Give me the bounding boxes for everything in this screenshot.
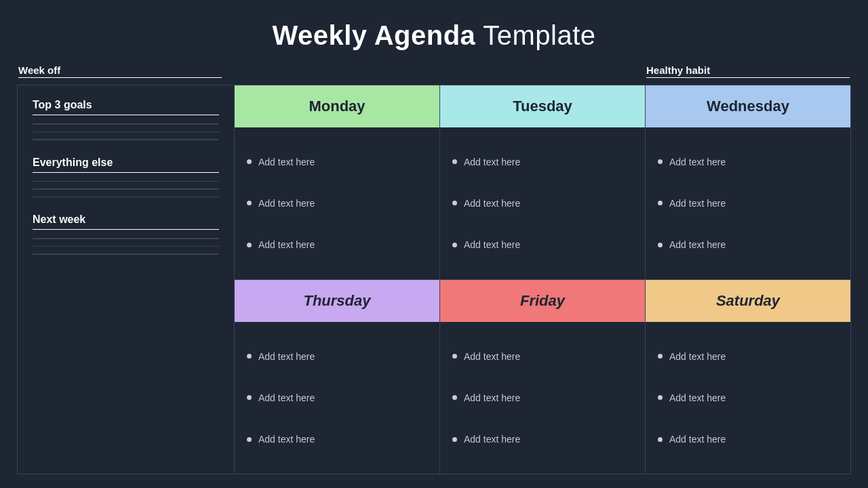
bullet-icon xyxy=(658,395,663,400)
list-item[interactable]: Add text here xyxy=(247,431,427,447)
sidebar-line-7 xyxy=(33,238,219,239)
wednesday-content: Add text here Add text here Add text her… xyxy=(646,127,850,279)
bullet-icon xyxy=(247,395,252,400)
day-col-monday: Monday Add text here Add text here Ad xyxy=(235,85,440,279)
title-bold: Weekly Agenda xyxy=(272,20,475,50)
monday-content: Add text here Add text here Add text her… xyxy=(235,127,439,279)
saturday-header: Saturday xyxy=(646,280,850,322)
sidebar-line-1 xyxy=(33,123,219,125)
bullet-text[interactable]: Add text here xyxy=(258,351,315,362)
healthy-habit-label: Healthy habit xyxy=(646,64,850,78)
sidebar-goals-title: Top 3 goals xyxy=(33,99,219,115)
bullet-text[interactable]: Add text here xyxy=(258,157,315,167)
sidebar-section-next: Next week xyxy=(33,214,219,262)
bullet-icon xyxy=(658,159,663,164)
day-col-wednesday: Wednesday Add text here Add text here xyxy=(646,85,850,279)
bullet-icon xyxy=(247,354,252,359)
bullet-icon xyxy=(658,354,663,359)
days-area: Monday Add text here Add text here Ad xyxy=(235,85,850,474)
bullet-text[interactable]: Add text here xyxy=(258,198,315,209)
sidebar-line-8 xyxy=(33,246,219,247)
day-col-tuesday: Tuesday Add text here Add text here A xyxy=(440,85,646,279)
list-item[interactable]: Add text here xyxy=(247,195,427,211)
list-item[interactable]: Add text here xyxy=(247,348,427,365)
list-item[interactable]: Add text here xyxy=(658,431,838,447)
page-title: Weekly Agenda Template xyxy=(17,20,851,51)
day-col-thursday: Thursday Add text here Add text here xyxy=(235,280,440,474)
bullet-icon xyxy=(247,159,252,164)
bullet-text[interactable]: Add text here xyxy=(258,434,315,445)
sidebar-line-3 xyxy=(33,139,219,140)
thursday-content: Add text here Add text here Add text her… xyxy=(235,322,439,474)
bullet-text[interactable]: Add text here xyxy=(464,239,520,250)
bullet-text[interactable]: Add text here xyxy=(464,351,520,362)
bullet-icon xyxy=(247,201,252,205)
bullet-icon xyxy=(247,243,252,247)
list-item[interactable]: Add text here xyxy=(452,237,633,253)
list-item[interactable]: Add text here xyxy=(658,390,838,406)
bullet-text[interactable]: Add text here xyxy=(669,392,726,403)
bullet-text[interactable]: Add text here xyxy=(669,434,726,445)
meta-row: Week off Healthy habit xyxy=(17,64,851,78)
sidebar-next-title: Next week xyxy=(33,214,219,230)
friday-header: Friday xyxy=(440,280,645,322)
list-item[interactable]: Add text here xyxy=(452,195,633,211)
sidebar-section-else: Everything else xyxy=(33,157,219,205)
bullet-text[interactable]: Add text here xyxy=(669,157,726,167)
sidebar-line-9 xyxy=(33,253,219,255)
friday-content: Add text here Add text here Add text her… xyxy=(440,322,645,474)
sidebar-line-5 xyxy=(33,188,219,190)
main-grid: Top 3 goals Everything else Next week xyxy=(17,85,851,474)
list-item[interactable]: Add text here xyxy=(658,195,838,211)
day-col-saturday: Saturday Add text here Add text here xyxy=(646,280,850,474)
day-col-friday: Friday Add text here Add text here Ad xyxy=(440,280,646,474)
wednesday-header: Wednesday xyxy=(646,85,850,127)
page-container: Weekly Agenda Template Week off Healthy … xyxy=(0,0,868,488)
days-row-bottom: Thursday Add text here Add text here xyxy=(235,280,850,474)
days-row-top: Monday Add text here Add text here Ad xyxy=(235,85,850,280)
bullet-icon xyxy=(452,354,457,359)
sidebar-line-6 xyxy=(33,197,219,198)
sidebar-line-4 xyxy=(33,181,219,182)
list-item[interactable]: Add text here xyxy=(247,154,427,170)
bullet-icon xyxy=(658,243,663,247)
bullet-icon xyxy=(658,437,663,442)
bullet-icon xyxy=(452,243,457,247)
list-item[interactable]: Add text here xyxy=(658,154,838,170)
list-item[interactable]: Add text here xyxy=(247,237,427,253)
bullet-text[interactable]: Add text here xyxy=(669,351,726,362)
monday-header: Monday xyxy=(235,85,439,127)
list-item[interactable]: Add text here xyxy=(658,348,838,365)
bullet-text[interactable]: Add text here xyxy=(464,157,520,167)
bullet-icon xyxy=(247,437,252,442)
sidebar-else-title: Everything else xyxy=(33,157,219,173)
bullet-text[interactable]: Add text here xyxy=(258,239,315,250)
tuesday-content: Add text here Add text here Add text her… xyxy=(440,127,645,279)
tuesday-header: Tuesday xyxy=(440,85,645,127)
list-item[interactable]: Add text here xyxy=(452,390,633,406)
sidebar: Top 3 goals Everything else Next week xyxy=(18,85,235,474)
bullet-text[interactable]: Add text here xyxy=(258,392,315,403)
bullet-text[interactable]: Add text here xyxy=(464,392,520,403)
sidebar-section-goals: Top 3 goals xyxy=(33,99,219,147)
list-item[interactable]: Add text here xyxy=(247,390,427,406)
bullet-text[interactable]: Add text here xyxy=(464,434,520,445)
bullet-icon xyxy=(452,159,457,164)
bullet-text[interactable]: Add text here xyxy=(669,198,726,209)
bullet-text[interactable]: Add text here xyxy=(464,198,520,209)
list-item[interactable]: Add text here xyxy=(452,431,633,447)
bullet-icon xyxy=(452,201,457,205)
bullet-icon xyxy=(452,395,457,400)
saturday-content: Add text here Add text here Add text her… xyxy=(646,322,850,474)
sidebar-line-2 xyxy=(33,131,219,133)
bullet-icon xyxy=(452,437,457,442)
list-item[interactable]: Add text here xyxy=(452,348,633,365)
list-item[interactable]: Add text here xyxy=(452,154,633,170)
week-off-label: Week off xyxy=(18,64,222,78)
list-item[interactable]: Add text here xyxy=(658,237,838,253)
thursday-header: Thursday xyxy=(235,280,439,322)
title-light: Template xyxy=(475,20,595,50)
bullet-icon xyxy=(658,201,663,205)
bullet-text[interactable]: Add text here xyxy=(669,239,726,250)
